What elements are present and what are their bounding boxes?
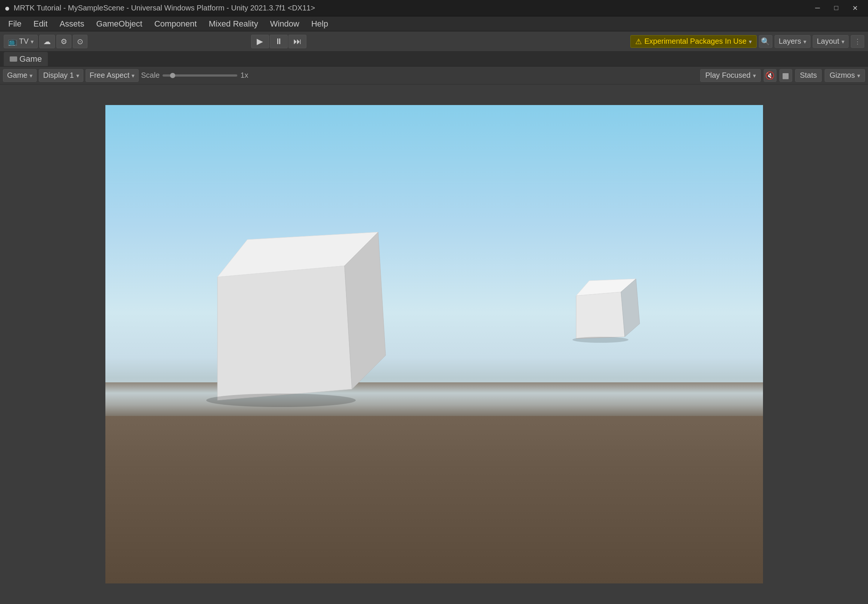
layout-label: Layout [817,37,839,46]
stats-button[interactable]: Stats [795,69,822,82]
aspect-label: Free Aspect [90,71,130,79]
small-cube-svg [565,273,647,348]
menu-help[interactable]: Help [306,17,333,30]
play-button[interactable]: ▶ [251,35,269,48]
close-button[interactable]: ✕ [846,2,863,14]
main-toolbar: 📺 TV ☁ ⚙ ⊙ ▶ ⏸ ⏭ ⚠ Experimental Packages… [0,31,868,51]
game-dropdown[interactable]: Game [3,69,37,82]
game-toolbar: Game Display 1 Free Aspect Scale 1x Play… [0,67,868,84]
dots-icon: ⋮ [854,37,861,46]
small-cube [565,273,647,348]
game-toolbar-right: Play Focused 🔇 ▦ Stats Gizmos [700,69,865,82]
account-button[interactable]: ⊙ [73,35,87,48]
layers-label: Layers [779,37,801,46]
titlebar-controls: ─ □ ✕ [809,2,863,14]
tv-button[interactable]: 📺 TV [4,35,38,48]
menu-component[interactable]: Component [149,17,202,30]
svg-point-3 [206,394,356,407]
display-chevron [76,71,79,79]
step-button[interactable]: ⏭ [288,35,306,48]
cloud-button[interactable]: ☁ [39,35,55,48]
gizmos-chevron [857,71,860,79]
panel-tabbar: Game [0,51,868,67]
titlebar-title: MRTK Tutorial - MySampleScene - Universa… [14,4,315,12]
play-focused-label: Play Focused [705,71,750,79]
warning-icon: ⚠ [635,37,642,46]
main-content [0,84,868,604]
unity-icon: ● [5,3,10,14]
scale-slider[interactable] [163,75,237,77]
aspect-dropdown[interactable]: Free Aspect [85,69,139,82]
gizmos-label: Gizmos [829,71,855,79]
layout-dropdown[interactable]: Layout [813,35,849,48]
menubar: File Edit Assets GameObject Component Mi… [0,16,868,31]
search-icon: 🔍 [761,37,770,46]
scale-label: Scale [141,71,160,79]
aspect-chevron [132,71,135,79]
game-tab-icon [10,56,17,62]
game-tab-label: Game [19,54,42,64]
game-label: Game [7,71,27,79]
game-viewport [105,105,763,584]
svg-marker-0 [217,266,352,400]
play-focused-button[interactable]: Play Focused [700,69,760,82]
step-icon: ⏭ [293,37,302,47]
game-chevron [29,71,33,79]
svg-point-7 [572,337,628,343]
display-dropdown[interactable]: Display 1 [39,69,83,82]
tv-label: TV [19,37,29,46]
layers-chevron [803,37,806,46]
toolbar-right: ⚠ Experimental Packages In Use 🔍 Layers … [630,35,864,48]
scale-value: 1x [240,71,248,79]
stats-icon-button[interactable]: ▦ [780,69,792,82]
scale-slider-thumb [170,73,175,78]
svg-marker-4 [576,292,625,338]
settings-button[interactable]: ⚙ [56,35,71,48]
experimental-packages-button[interactable]: ⚠ Experimental Packages In Use [630,35,756,48]
large-cube [188,217,389,411]
scale-row: Scale 1x [141,71,248,79]
settings-icon: ⚙ [60,37,67,46]
menu-gameobject[interactable]: GameObject [91,17,147,30]
pause-icon: ⏸ [274,37,283,47]
minimize-button[interactable]: ─ [809,2,826,14]
exp-chevron [749,37,752,46]
maximize-button[interactable]: □ [828,2,845,14]
tv-icon: 📺 [8,37,17,46]
stats-label: Stats [800,71,817,79]
menu-assets[interactable]: Assets [54,17,89,30]
menu-mixed-reality[interactable]: Mixed Reality [204,17,264,30]
layers-dropdown[interactable]: Layers [775,35,811,48]
layout-chevron [842,37,845,46]
play-controls: ▶ ⏸ ⏭ [251,35,306,48]
account-icon: ⊙ [77,37,83,46]
stats-chart-icon: ▦ [782,71,789,80]
tab-game[interactable]: Game [4,52,48,66]
toolbar-left-group: 📺 TV ☁ ⚙ ⊙ [4,35,87,48]
menu-file[interactable]: File [3,17,26,30]
tv-chevron [31,37,34,46]
play-focused-chevron [753,71,756,79]
play-icon: ▶ [257,37,263,47]
search-button[interactable]: 🔍 [759,35,772,48]
pause-button[interactable]: ⏸ [270,35,288,48]
display-label: Display 1 [43,71,74,79]
gizmos-button[interactable]: Gizmos [825,69,865,82]
menu-window[interactable]: Window [265,17,305,30]
experimental-packages-label: Experimental Packages In Use [644,37,746,46]
mute-button[interactable]: 🔇 [764,69,777,82]
titlebar: ● MRTK Tutorial - MySampleScene - Univer… [0,0,868,16]
menu-edit[interactable]: Edit [28,17,53,30]
mute-icon: 🔇 [765,71,775,80]
large-cube-svg [188,217,389,411]
titlebar-left: ● MRTK Tutorial - MySampleScene - Univer… [5,3,315,14]
more-options-button[interactable]: ⋮ [851,35,864,48]
cloud-icon: ☁ [43,37,51,46]
